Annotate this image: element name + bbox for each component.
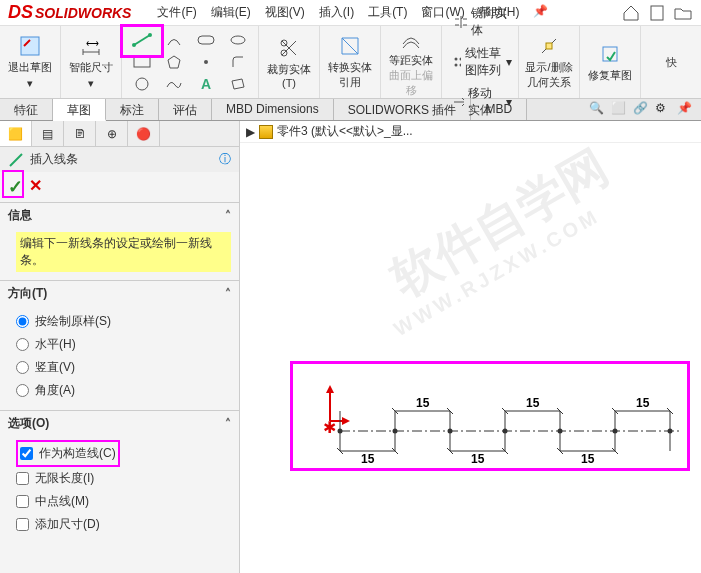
direction-section-label: 方向(T)	[8, 285, 47, 302]
property-tab[interactable]: ▤	[32, 121, 64, 146]
dim-top-2: 15	[526, 396, 540, 410]
new-doc-icon[interactable]	[647, 3, 667, 23]
radio-as-sketched[interactable]: 按绘制原样(S)	[16, 310, 231, 333]
quick-button[interactable]: 快	[647, 55, 695, 70]
search-icon[interactable]: 🔍	[589, 101, 607, 119]
quick-label: 快	[666, 55, 677, 70]
linear-pattern-button[interactable]: 线性草图阵列 ▾	[452, 42, 512, 82]
tab-features[interactable]: 特征	[0, 99, 53, 120]
circle-tool-button[interactable]	[128, 74, 156, 94]
ribbon: 退出草图 ▾ ⟷ 智能尺寸 ▾ A	[0, 26, 701, 99]
menu-edit[interactable]: 编辑(E)	[211, 4, 251, 21]
mirror-label: 镜向实体	[471, 5, 512, 39]
watermark-text: 软件自学网	[380, 135, 620, 310]
svg-line-3	[134, 35, 150, 45]
tab-annotate[interactable]: 标注	[106, 99, 159, 120]
graphics-viewport[interactable]: ▶ 零件3 (默认<<默认>_显... 软件自学网 WWW.RJZXW.COM …	[240, 121, 701, 573]
dimxpert-tab[interactable]: ⊕	[96, 121, 128, 146]
menu-file[interactable]: 文件(F)	[157, 4, 196, 21]
sketch-geometry: 15 15 15 15 15 15	[330, 391, 701, 471]
display-relations-button[interactable]: 显示/删除几何关系	[525, 34, 573, 90]
dim-bot-2: 15	[471, 452, 485, 466]
polygon-tool-button[interactable]	[160, 52, 188, 72]
svg-point-5	[148, 33, 152, 37]
slot-tool-button[interactable]	[192, 30, 220, 50]
mirror-entities-button[interactable]: 镜向实体	[452, 2, 512, 42]
svg-rect-21	[546, 43, 552, 49]
radio-vertical[interactable]: 竖直(V)	[16, 356, 231, 379]
dropdown-icon: ▾	[506, 55, 512, 69]
link-icon[interactable]: 🔗	[633, 101, 651, 119]
surface-offset-button[interactable]: 曲面上偏移	[387, 68, 435, 98]
pin-icon[interactable]: 📌	[677, 101, 695, 119]
collapse-icon[interactable]: ˄	[225, 417, 231, 431]
exit-sketch-button[interactable]: 退出草图 ▾	[6, 34, 54, 90]
open-icon[interactable]	[673, 3, 693, 23]
plane-tool-button[interactable]	[224, 74, 252, 94]
help-icon[interactable]: ⓘ	[219, 151, 231, 168]
collapse-icon[interactable]: ˄	[225, 287, 231, 301]
dropdown-icon: ▾	[506, 95, 512, 109]
offset-entities-button[interactable]: 等距实体	[387, 27, 435, 68]
config-tab[interactable]: 🖹	[64, 121, 96, 146]
appearance-tab[interactable]: 🔴	[128, 121, 160, 146]
tab-sketch[interactable]: 草图	[53, 99, 106, 121]
menu-view[interactable]: 视图(V)	[265, 4, 305, 21]
svg-point-11	[231, 36, 245, 44]
line-tool-button[interactable]	[128, 30, 156, 50]
radio-horizontal[interactable]: 水平(H)	[16, 333, 231, 356]
gear-icon[interactable]: ⚙	[655, 101, 673, 119]
arc-tool-button[interactable]	[160, 30, 188, 50]
app-brand: SOLIDWORKS	[35, 5, 131, 21]
home-icon[interactable]	[621, 3, 641, 23]
watermark-url: WWW.RJZXW.COM	[390, 204, 604, 341]
ball-icon: 🔴	[136, 127, 151, 141]
svg-line-23	[10, 154, 22, 166]
trim-label: 裁剪实体(T)	[265, 62, 313, 89]
svg-point-14	[455, 58, 458, 61]
point-tool-button[interactable]	[192, 52, 220, 72]
tree-icon: 🖹	[74, 127, 86, 141]
feature-tree-tab[interactable]: 🟨	[0, 121, 32, 146]
dim-top-1: 15	[416, 396, 430, 410]
spline-tool-button[interactable]	[160, 74, 188, 94]
radio-angle[interactable]: 角度(A)	[16, 379, 231, 402]
menu-pin-icon[interactable]: 📌	[533, 4, 548, 21]
menu-insert[interactable]: 插入(I)	[319, 4, 354, 21]
options-section-label: 选项(O)	[8, 415, 49, 432]
move-entities-button[interactable]: 移动实体 ▾	[452, 82, 512, 122]
repair-sketch-button[interactable]: 修复草图	[586, 42, 634, 83]
ellipse-tool-button[interactable]	[224, 30, 252, 50]
dim-top-3: 15	[636, 396, 650, 410]
svg-rect-1	[21, 37, 39, 55]
check-infinite[interactable]: 无限长度(I)	[16, 467, 231, 490]
tab-evaluate[interactable]: 评估	[159, 99, 212, 120]
text-tool-button[interactable]: A	[192, 74, 220, 94]
convert-entities-button[interactable]: 转换实体引用	[326, 34, 374, 90]
logo-ds-icon: DS	[8, 2, 33, 23]
cancel-button[interactable]: ✕	[29, 176, 42, 198]
tab-sw-addins[interactable]: SOLIDWORKS 插件	[334, 99, 472, 120]
svg-point-4	[132, 43, 136, 47]
list-icon: ▤	[42, 127, 53, 141]
collapse-icon[interactable]: ˄	[225, 209, 231, 223]
check-construction[interactable]: 作为构造线(C)	[20, 442, 116, 465]
menu-tools[interactable]: 工具(T)	[368, 4, 407, 21]
svg-rect-9	[198, 36, 214, 44]
fillet-tool-button[interactable]	[224, 52, 252, 72]
check-midpoint[interactable]: 中点线(M)	[16, 490, 231, 513]
expand-icon[interactable]: ⬜	[611, 101, 629, 119]
convert-label: 转换实体引用	[326, 60, 374, 90]
breadcrumb[interactable]: 零件3 (默认<<默认>_显...	[277, 123, 413, 140]
smart-dimension-button[interactable]: ⟷ 智能尺寸 ▾	[67, 34, 115, 90]
svg-rect-0	[651, 6, 663, 20]
flyout-arrow-icon[interactable]: ▶	[246, 125, 255, 139]
info-section-label: 信息	[8, 207, 32, 224]
ok-button[interactable]: ✓	[8, 176, 23, 198]
tab-mbd-dim[interactable]: MBD Dimensions	[212, 99, 334, 120]
part-icon	[259, 125, 273, 139]
svg-point-17	[455, 64, 458, 67]
check-add-dim[interactable]: 添加尺寸(D)	[16, 513, 231, 536]
trim-button[interactable]: 裁剪实体(T)	[265, 36, 313, 89]
rectangle-tool-button[interactable]	[128, 52, 156, 72]
